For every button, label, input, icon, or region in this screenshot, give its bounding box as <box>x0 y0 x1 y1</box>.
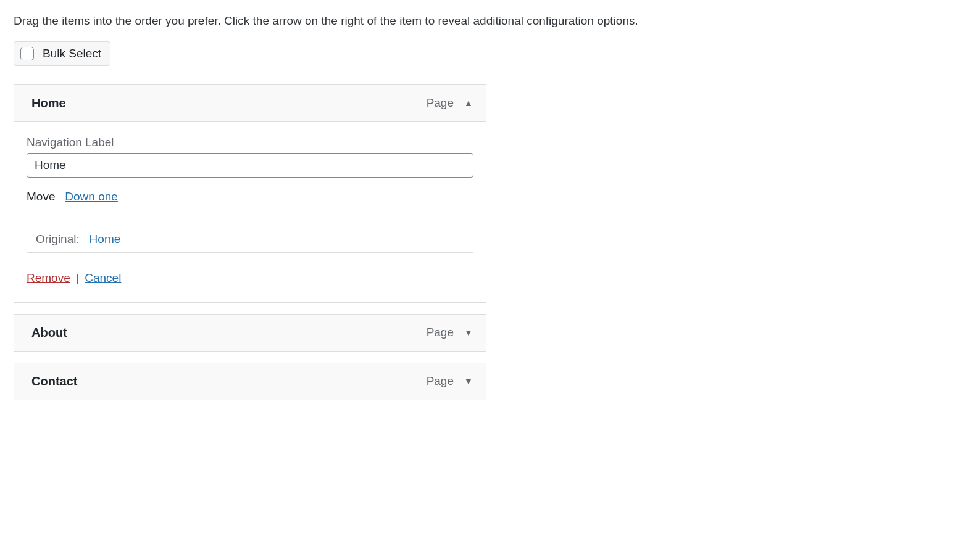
chevron-down-icon[interactable]: ▼ <box>464 376 473 386</box>
menu-items-list: Home Page ▲ Navigation Label Move Down o… <box>14 84 486 400</box>
menu-item-body: Navigation Label Move Down one Original:… <box>14 121 486 303</box>
menu-item-title: Contact <box>31 374 77 389</box>
menu-item-type: Page <box>427 326 454 339</box>
menu-item-type: Page <box>427 96 454 110</box>
menu-item-type-wrap: Page ▼ <box>427 326 473 339</box>
menu-item-about[interactable]: About Page ▼ <box>14 314 486 352</box>
menu-item-contact[interactable]: Contact Page ▼ <box>14 363 486 400</box>
bulk-select-control[interactable]: Bulk Select <box>14 41 110 66</box>
menu-item-type-wrap: Page ▼ <box>427 374 473 388</box>
chevron-up-icon[interactable]: ▲ <box>464 98 473 108</box>
menu-item-title: Home <box>31 96 66 110</box>
menu-item-type-wrap: Page ▲ <box>427 96 473 110</box>
move-label: Move <box>27 190 55 203</box>
original-box: Original: Home <box>27 226 473 253</box>
menu-item-header[interactable]: Contact Page ▼ <box>14 363 486 400</box>
action-separator: | <box>76 271 79 284</box>
bulk-select-label: Bulk Select <box>43 47 101 60</box>
menu-item-header[interactable]: Home Page ▲ <box>14 84 486 121</box>
menu-item-type: Page <box>427 374 454 388</box>
actions-row: Remove | Cancel <box>27 271 473 285</box>
original-prefix: Original: <box>36 233 80 245</box>
bulk-select-checkbox[interactable] <box>20 47 34 60</box>
move-down-link[interactable]: Down one <box>65 190 118 203</box>
instructions-text: Drag the items into the order you prefer… <box>14 12 946 30</box>
cancel-link[interactable]: Cancel <box>85 271 121 284</box>
remove-link[interactable]: Remove <box>27 271 70 284</box>
menu-item-title: About <box>31 326 67 340</box>
menu-item-header[interactable]: About Page ▼ <box>14 314 486 352</box>
original-link[interactable]: Home <box>90 233 121 245</box>
menu-item-home[interactable]: Home Page ▲ Navigation Label Move Down o… <box>14 84 486 303</box>
nav-label-title: Navigation Label <box>27 136 473 149</box>
nav-label-input[interactable] <box>27 153 473 178</box>
chevron-down-icon[interactable]: ▼ <box>464 327 473 337</box>
move-row: Move Down one <box>27 190 473 204</box>
